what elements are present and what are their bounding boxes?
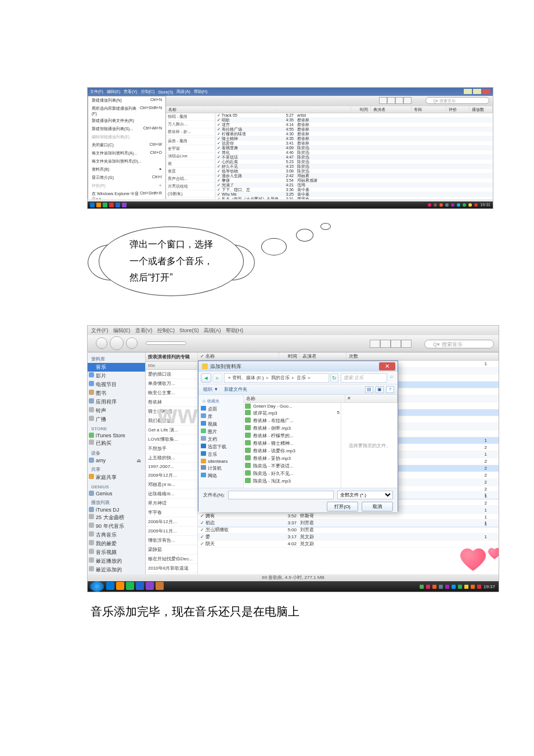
menu-item[interactable]: 将文件添加到资料库(A)...Ctrl+O — [88, 149, 165, 157]
view-list-button[interactable] — [370, 340, 380, 348]
album-item[interactable]: 不想放手 — [146, 444, 197, 453]
sidebar-item[interactable]: 音乐 — [88, 363, 145, 372]
album-sort[interactable]: title — [146, 362, 197, 370]
dialog-close-button[interactable]: ✕ — [379, 362, 395, 370]
file-list[interactable]: 名称 # Green Day - Goo...彼岸花.mp35蔡依林 - 布拉格… — [244, 395, 398, 488]
track-row[interactable]: ✓ Why Me3:25黄中基 — [215, 192, 493, 197]
sidebar-item[interactable]: 铃声 — [88, 406, 145, 415]
album-item[interactable]: 独唱 - 魔曲 — [166, 113, 215, 121]
tray-icon[interactable] — [468, 203, 472, 207]
menu-item[interactable]: 新建智能播放列表(S)...Ctrl+Alt+N — [88, 125, 165, 133]
album-item[interactable]: 底 — [166, 160, 215, 168]
album-item[interactable] — [146, 592, 197, 592]
track-row[interactable]: ✓ 低等动物3:08陈奕迅 — [215, 169, 493, 174]
minimize-button[interactable] — [464, 89, 472, 94]
dialog-sidebar[interactable]: ☆ 收藏夹 桌面库视频图片文档迅雷下载音乐silentears计算机网络 — [199, 395, 244, 488]
menu-item[interactable]: 评价(R)▸ — [88, 182, 165, 190]
tray-icon[interactable] — [439, 203, 443, 207]
sidebar-item[interactable]: 电视节目 — [88, 380, 145, 389]
col-name[interactable]: 名称 — [244, 395, 345, 402]
album-item[interactable]: 邓丽君(4 In... — [146, 480, 197, 489]
menu-item[interactable]: 文件(F) — [90, 89, 103, 95]
open-button[interactable]: 打开(O) — [327, 502, 358, 512]
system-tray[interactable]: 19:37 — [420, 584, 495, 589]
view-list-button[interactable] — [379, 97, 387, 104]
itunes-sidebar[interactable]: 资料库音乐影片电视节目图书应用程序铃声广播STOREiTunes Store已购… — [88, 352, 146, 574]
track-row[interactable]: ✓ 说爱你3:41蔡依林 — [215, 141, 493, 146]
system-tray[interactable]: 19:31 — [428, 203, 490, 207]
dialog-side-item[interactable]: 计算机 — [200, 465, 242, 472]
track-row[interactable]: ✓ 爱3:17莫文蔚1 — [198, 534, 499, 541]
sidebar-item[interactable]: 家庭共享 — [88, 473, 145, 482]
dialog-side-item[interactable]: 音乐 — [200, 451, 242, 458]
new-folder-button[interactable]: 新建文件夹 — [224, 386, 247, 393]
menu-item[interactable]: 高级(A) — [176, 89, 190, 95]
menu-item[interactable]: 资料库(B)▸ — [88, 165, 165, 174]
column-header[interactable]: 专辑 — [412, 106, 446, 113]
menu-item[interactable]: 关闭窗口(C)Ctrl+W — [88, 141, 165, 149]
taskbar-app-icon[interactable] — [90, 203, 95, 207]
taskbar-app-icon[interactable] — [116, 203, 120, 207]
sidebar-item[interactable]: 古典音乐 — [88, 531, 145, 539]
album-item[interactable]: 2008年12月... — [146, 517, 197, 527]
view-mode-button[interactable]: ▤ — [365, 386, 373, 393]
menu-item[interactable]: 查看(V) — [135, 327, 153, 334]
sidebar-item[interactable]: 最近添加的 — [88, 566, 145, 574]
tray-icon[interactable] — [474, 203, 478, 207]
dialog-search-input[interactable]: 搜索 音乐 — [341, 373, 387, 383]
track-row[interactable]: ✓ 唱歌4:35蔡依林 — [215, 118, 493, 123]
prev-button[interactable] — [96, 337, 107, 349]
dialog-side-item[interactable]: 桌面 — [200, 405, 242, 413]
tray-icon[interactable] — [434, 203, 437, 207]
menu-item[interactable]: 新建播放列表(N)Ctrl+N — [88, 96, 165, 105]
menu-item[interactable]: 编辑智能播放列表(E) — [88, 133, 165, 141]
album-item[interactable]: 星月神话 — [146, 499, 197, 508]
track-row[interactable]: ✓ 完满了4:21范玮 — [215, 183, 493, 188]
menu-item[interactable]: 编辑(E) — [107, 89, 120, 95]
column-header[interactable]: 表演者 — [300, 352, 347, 360]
taskbar-app-icon[interactable] — [156, 582, 164, 590]
column-header[interactable]: 次数 — [347, 352, 499, 360]
menu-item[interactable]: 帮助(H) — [194, 89, 208, 95]
dialog-side-item[interactable]: silentears — [200, 458, 242, 465]
album-item[interactable]: Get a Life 演... — [146, 426, 197, 435]
dialog-side-item[interactable]: 图片 — [200, 428, 242, 435]
track-row[interactable]: ✓ 看我变身4:09陈奕迅 — [215, 146, 493, 150]
sidebar-item[interactable]: 应用程序 — [88, 398, 145, 406]
sidebar-item[interactable]: 我的最爱 — [88, 539, 145, 548]
album-item[interactable]: 月亮说啥啥 — [166, 183, 215, 190]
maximize-button[interactable] — [473, 89, 481, 94]
track-row[interactable]: ✓ 布拉格广场4:55蔡依林 — [215, 127, 493, 132]
album-item[interactable]: 单身情歌万... — [146, 379, 197, 388]
track-row[interactable]: ✓ 阴天4:02莫文蔚 — [198, 541, 499, 548]
tray-icon[interactable] — [451, 203, 454, 207]
tray-icon[interactable] — [471, 585, 475, 589]
album-item[interactable]: 我们都爱这... — [146, 416, 197, 426]
view-grid-button[interactable] — [395, 97, 403, 104]
menu-item[interactable]: Store(S) — [179, 327, 199, 333]
album-item[interactable]: 爱的插口说 — [146, 370, 197, 379]
menu-item[interactable]: 控制(C) — [157, 327, 175, 334]
album-item[interactable]: 2009年11月... — [146, 527, 197, 536]
sidebar-item[interactable]: 90 年代音乐 — [88, 522, 145, 531]
album-item[interactable]: 情歌没有告... — [146, 536, 197, 545]
dialog-side-item[interactable]: 视频 — [200, 420, 242, 428]
track-row[interactable]: ✓ 柠檬草的味道4:30蔡依林 — [215, 132, 493, 136]
album-item[interactable]: 男声合唱... — [166, 175, 215, 183]
sidebar-item[interactable]: iTunes DJ — [88, 506, 145, 513]
menubar[interactable]: 文件(F)编辑(E)查看(V)控制(C)Store(S)高级(A)帮助(H) —… — [88, 326, 499, 335]
view-album-button[interactable] — [380, 340, 391, 348]
album-item[interactable]: 袁亚 — [166, 168, 215, 175]
view-mode-button[interactable]: ▣ — [376, 386, 384, 393]
crumb-part[interactable]: 我的音乐 — [271, 375, 290, 381]
menu-item[interactable]: Store(S) — [158, 90, 173, 94]
album-item[interactable]: 梁静茹 — [146, 545, 197, 555]
view-album-button[interactable] — [387, 97, 395, 104]
crumb-part[interactable]: « 资料、媒体 (E:) — [228, 375, 264, 381]
sidebar-item[interactable]: 图书 — [88, 389, 145, 398]
view-switcher[interactable] — [379, 97, 412, 104]
album-list-column[interactable]: 按表演者排列的专辑 title 爱的插口说单身情歌万...晚安公主童...蔡依林… — [146, 352, 198, 574]
album-item[interactable]: 演唱会Live — [166, 153, 215, 160]
album-item[interactable]: 2010年8月新歌速递 — [146, 564, 197, 573]
tray-icon[interactable] — [457, 203, 460, 207]
